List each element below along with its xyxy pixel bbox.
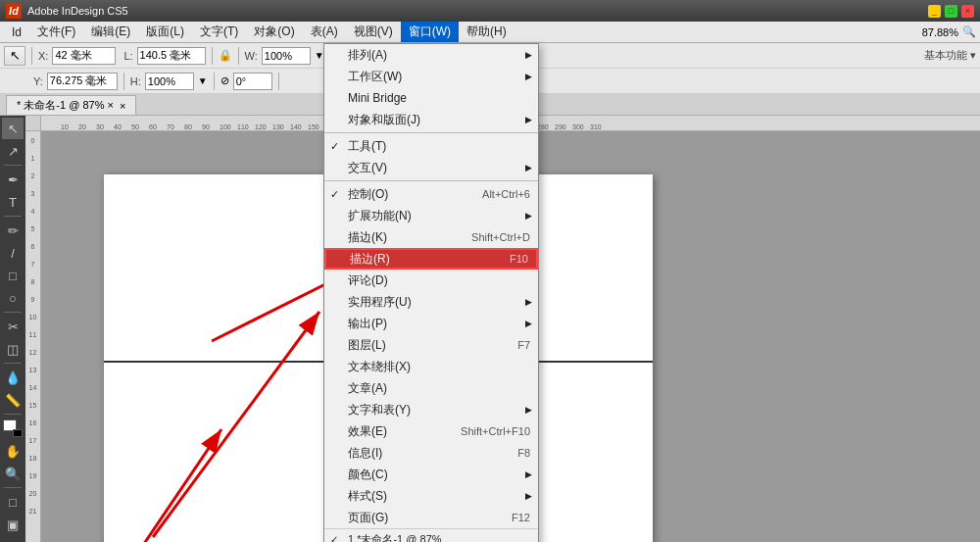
select-tool-btn[interactable]: ↖ — [4, 46, 25, 66]
ruler-top-80: 80 — [184, 123, 202, 130]
doc-tab-label: * 未命名-1 @ 87% × — [17, 98, 114, 113]
color-boxes — [3, 419, 23, 437]
menu-stroke-r[interactable]: 描边(R) F10 — [324, 248, 538, 270]
hand-tool[interactable]: ✋ — [2, 440, 24, 462]
direct-select-tool[interactable]: ↗ — [2, 140, 24, 162]
menu-utilities[interactable]: 实用程序(U) — [324, 291, 538, 313]
sep9 — [278, 73, 279, 90]
menu-text-table[interactable]: 文字和表(Y) — [324, 399, 538, 420]
zoom-display: 87.88% — [922, 26, 958, 38]
doc-tab[interactable]: * 未命名-1 @ 87% × × — [6, 95, 136, 115]
sep7 — [123, 73, 124, 90]
object-layout-label: 对象和版面(J) — [348, 112, 420, 128]
menu-help[interactable]: 帮助(H) — [459, 22, 514, 42]
select-tool[interactable]: ↖ — [2, 118, 24, 139]
pencil-tool[interactable]: ✏ — [2, 220, 24, 241]
rect-tool[interactable]: □ — [2, 265, 24, 286]
w-pct-input[interactable] — [262, 47, 311, 65]
stroke-color[interactable] — [13, 429, 23, 437]
menu-id[interactable]: Id — [4, 24, 29, 41]
menu-workspace[interactable]: 工作区(W) — [324, 66, 538, 87]
x-input[interactable] — [52, 47, 116, 65]
control-label: 控制(O) — [348, 186, 388, 203]
rl-7: 7 — [31, 255, 35, 272]
sep2 — [212, 47, 213, 65]
maximize-button[interactable]: □ — [945, 5, 957, 18]
down-arrow2[interactable]: ▼ — [198, 75, 208, 86]
menu-table[interactable]: 表(A) — [303, 22, 346, 42]
menu-view[interactable]: 视图(V) — [346, 22, 401, 42]
stroke-r-shortcut: F10 — [510, 253, 528, 265]
interactive-label: 交互(V) — [348, 160, 387, 176]
type-tool[interactable]: T — [2, 191, 24, 213]
search-icon[interactable]: 🔍 — [962, 25, 976, 38]
utilities-label: 实用程序(U) — [348, 294, 412, 311]
open-doc-item[interactable]: ✓ 1 *未命名-1 @ 87% — [324, 528, 538, 542]
menu-object[interactable]: 对象(O) — [246, 22, 302, 42]
rl-18: 18 — [29, 449, 37, 467]
eyedropper-tool[interactable]: 💧 — [2, 367, 24, 388]
menu-text[interactable]: 文字(T) — [192, 22, 246, 42]
menu-interactive[interactable]: 交互(V) — [324, 157, 538, 178]
menu-color[interactable]: 颜色(C) — [324, 464, 538, 485]
sep-dm1 — [324, 132, 538, 133]
menu-control[interactable]: 控制(O) Alt+Ctrl+6 — [324, 183, 538, 205]
menu-text-wrap[interactable]: 文本绕排(X) — [324, 356, 538, 377]
menu-tools[interactable]: 工具(T) — [324, 135, 538, 157]
menu-arrange[interactable]: 排列(A) — [324, 44, 538, 66]
menu-window[interactable]: 窗口(W) — [401, 22, 459, 42]
menu-object-layout[interactable]: 对象和版面(J) — [324, 109, 538, 130]
l-input[interactable] — [137, 47, 206, 65]
menu-styles[interactable]: 样式(S) — [324, 485, 538, 507]
effects-label: 效果(E) — [348, 423, 387, 440]
workspace-label-dm: 工作区(W) — [348, 69, 402, 85]
window-controls[interactable]: _ □ × — [928, 5, 974, 18]
shear-input[interactable] — [233, 73, 272, 90]
ruler-top-290: 290 — [555, 123, 572, 130]
menu-articles[interactable]: 文章(A) — [324, 377, 538, 399]
minimize-button[interactable]: _ — [928, 5, 941, 18]
rl-6: 6 — [31, 237, 35, 255]
menu-info[interactable]: 信息(I) F8 — [324, 442, 538, 464]
menu-output[interactable]: 输出(P) — [324, 313, 538, 334]
zoom-tool[interactable]: 🔍 — [2, 463, 24, 484]
preview-mode[interactable]: ▣ — [2, 514, 24, 535]
rl-11: 11 — [29, 325, 37, 343]
line-tool[interactable]: / — [2, 242, 24, 264]
open-doc-label: 1 *未命名-1 @ 87% — [348, 532, 442, 542]
ruler-top-50: 50 — [131, 123, 149, 130]
ruler-top-20: 20 — [78, 123, 96, 130]
pct1-label: W: — [245, 50, 258, 62]
gradient-tool[interactable]: ◫ — [2, 338, 24, 360]
measure-tool[interactable]: 📏 — [2, 389, 24, 411]
menu-pages[interactable]: 页面(G) F12 — [324, 507, 538, 528]
menu-layout[interactable]: 版面(L) — [138, 22, 192, 42]
menu-stroke-k[interactable]: 描边(K) Shift+Ctrl+D — [324, 226, 538, 248]
styles-label: 样式(S) — [348, 488, 387, 505]
stroke-k-label: 描边(K) — [348, 229, 387, 246]
menu-mini-bridge[interactable]: Mini Bridge — [324, 87, 538, 109]
menu-file[interactable]: 文件(F) — [29, 22, 83, 42]
doc-close-icon[interactable]: × — [120, 100, 125, 112]
scissors-tool[interactable]: ✂ — [2, 316, 24, 337]
menu-extensions[interactable]: 扩展功能(N) — [324, 205, 538, 226]
close-button[interactable]: × — [961, 5, 974, 18]
ruler-top-120: 120 — [255, 123, 272, 130]
pen-tool[interactable]: ✒ — [2, 169, 24, 190]
menu-layers[interactable]: 图层(L) F7 — [324, 334, 538, 356]
ruler-top-70: 70 — [167, 123, 184, 130]
menu-effects[interactable]: 效果(E) Shift+Ctrl+F10 — [324, 420, 538, 442]
ellipse-tool[interactable]: ○ — [2, 287, 24, 309]
lt-sep4 — [4, 363, 22, 364]
menu-comments[interactable]: 评论(D) — [324, 270, 538, 291]
title-text: Adobe InDesign CS5 — [27, 5, 928, 17]
rl-9: 9 — [31, 290, 35, 308]
normal-mode[interactable]: □ — [2, 491, 24, 513]
h-pct-input[interactable] — [145, 73, 194, 90]
ruler-top-60: 60 — [149, 123, 167, 130]
rl-17: 17 — [29, 431, 37, 449]
y-input[interactable] — [47, 73, 118, 90]
sep3 — [238, 47, 239, 65]
rl-15: 15 — [29, 396, 37, 414]
menu-edit[interactable]: 编辑(E) — [83, 22, 138, 42]
